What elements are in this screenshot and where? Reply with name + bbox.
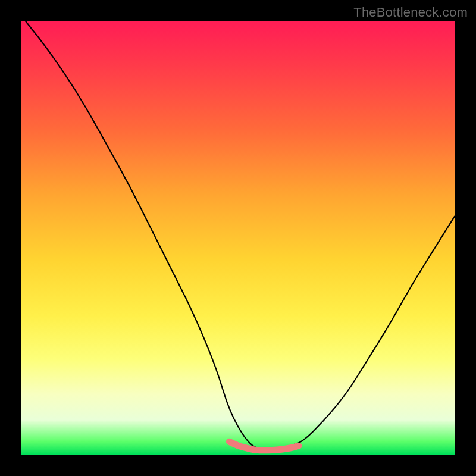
plot-area — [21, 21, 455, 455]
bottleneck-curve — [26, 21, 455, 450]
watermark-text: TheBottleneck.com — [353, 5, 468, 20]
chart-svg — [21, 21, 455, 455]
chart-frame: TheBottleneck.com — [0, 0, 476, 476]
flat-region-marker — [229, 441, 299, 450]
